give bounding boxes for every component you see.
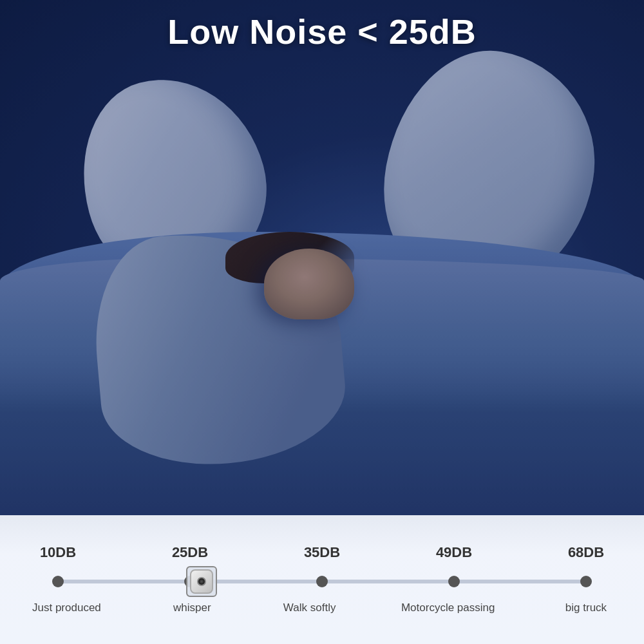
scale-dot-2: [316, 576, 328, 587]
desc-label-0: Just produced: [32, 601, 101, 615]
noise-scale-panel: 10DB 25DB 35DB 49DB 68DB: [0, 515, 644, 644]
desc-label-2: Walk softly: [283, 601, 336, 615]
db-label-4: 68DB: [560, 544, 612, 561]
desc-label-4: big truck: [560, 601, 612, 615]
scale-bar: [32, 569, 612, 594]
desc-labels-row: Just produced whisper Walk softly Motorc…: [32, 601, 612, 615]
db-label-1: 25DB: [164, 544, 216, 561]
device-icon: [190, 570, 213, 593]
page-title: Low Noise < 25dB: [0, 12, 644, 52]
camera-lens-icon: [197, 577, 206, 586]
scale-dot-3: [448, 576, 460, 587]
scale-dot-4: [580, 576, 592, 587]
device-body: [190, 569, 213, 594]
db-labels-row: 10DB 25DB 35DB 49DB 68DB: [32, 544, 612, 561]
db-label-2: 35DB: [296, 544, 348, 561]
night-overlay: [0, 0, 644, 515]
background-scene: [0, 0, 644, 515]
main-container: Low Noise < 25dB 10DB 25DB 35DB 49DB 68D…: [0, 0, 644, 644]
scale-dot-0: [52, 576, 64, 587]
desc-label-1: whisper: [166, 601, 218, 615]
db-label-0: 10DB: [32, 544, 84, 561]
db-label-3: 49DB: [428, 544, 480, 561]
desc-label-3: Motorcycle passing: [401, 601, 495, 615]
noise-scale: 10DB 25DB 35DB 49DB 68DB: [19, 544, 625, 615]
